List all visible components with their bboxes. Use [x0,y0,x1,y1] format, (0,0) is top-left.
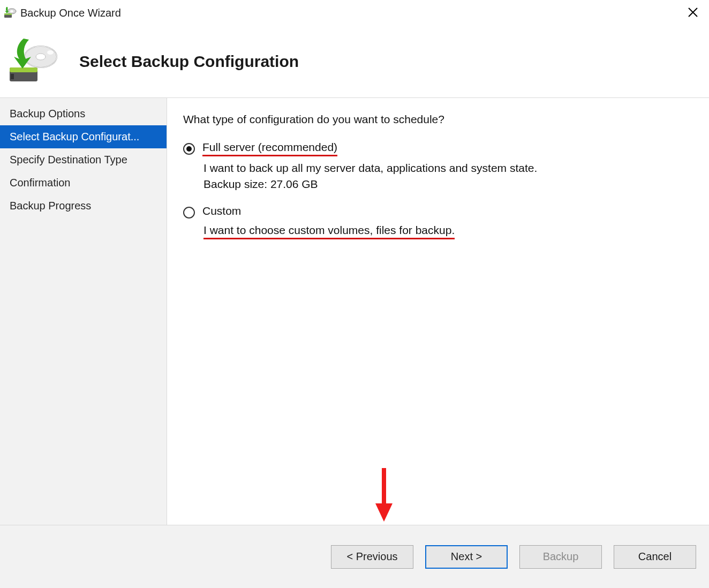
svg-rect-3 [4,13,12,15]
step-backup-options[interactable]: Backup Options [0,102,167,125]
option-custom-desc: I want to choose custom volumes, files f… [203,224,690,239]
wizard-header: Select Backup Configuration [0,26,709,97]
radio-custom[interactable] [183,207,195,218]
option-custom[interactable]: Custom [183,205,690,218]
step-destination-type[interactable]: Specify Destination Type [0,148,167,171]
backup-button: Backup [519,545,602,569]
svg-point-6 [36,54,46,60]
close-icon[interactable] [682,3,704,22]
config-prompt: What type of configuration do you want t… [183,113,690,126]
option-custom-label: Custom [202,205,241,217]
app-icon [3,6,17,20]
option-full-server-label: Full server (recommended) [202,141,337,156]
radio-full-server[interactable] [183,143,195,155]
annotation-arrow-icon [373,466,395,525]
step-backup-progress[interactable]: Backup Progress [0,194,167,217]
option-full-server-size: Backup size: 27.06 GB [203,178,690,191]
option-full-server[interactable]: Full server (recommended) [183,141,690,156]
next-button[interactable]: Next > [425,545,508,569]
wizard-header-icon [7,37,66,86]
window-title: Backup Once Wizard [20,7,682,19]
option-full-server-desc: I want to back up all my server data, ap… [203,162,690,175]
wizard-body: Backup Options Select Backup Configurat.… [0,97,709,525]
cancel-button[interactable]: Cancel [614,545,696,569]
page-title: Select Backup Configuration [79,52,299,71]
step-confirmation[interactable]: Confirmation [0,171,167,194]
window-titlebar: Backup Once Wizard [0,0,709,26]
wizard-content: What type of configuration do you want t… [167,98,709,525]
svg-rect-10 [11,74,14,79]
svg-point-7 [47,50,54,55]
previous-button[interactable]: < Previous [331,545,413,569]
wizard-footer: < Previous Next > Backup Cancel [0,525,709,588]
wizard-steps-sidebar: Backup Options Select Backup Configurat.… [0,98,167,525]
svg-marker-12 [375,503,393,522]
svg-rect-9 [10,67,37,72]
svg-point-1 [10,10,13,12]
step-select-config[interactable]: Select Backup Configurat... [0,125,167,148]
